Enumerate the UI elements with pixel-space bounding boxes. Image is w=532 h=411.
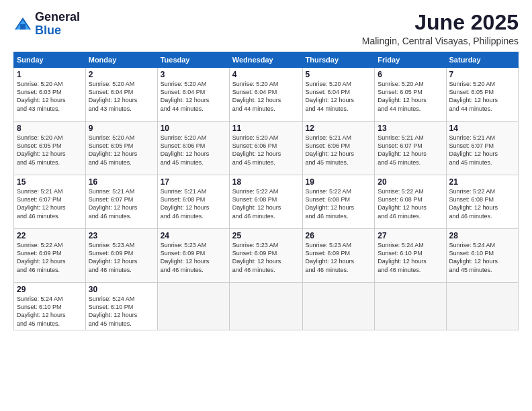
day-info: Sunrise: 5:23 AMSunset: 6:09 PMDaylight:… (306, 242, 355, 273)
day-info: Sunrise: 5:22 AMSunset: 6:08 PMDaylight:… (449, 188, 498, 219)
day-number: 4 (232, 70, 300, 79)
day-number: 24 (161, 231, 226, 240)
calendar-week-row: 15 Sunrise: 5:21 AMSunset: 6:07 PMDaylig… (14, 175, 519, 229)
day-number: 27 (378, 231, 443, 240)
logo: General Blue (13, 11, 80, 38)
col-friday: Friday (375, 52, 446, 68)
day-info: Sunrise: 5:21 AMSunset: 6:07 PMDaylight:… (378, 134, 427, 165)
col-sunday: Sunday (14, 52, 86, 68)
logo-blue: Blue (35, 24, 61, 37)
table-row: 7 Sunrise: 5:20 AMSunset: 6:05 PMDayligh… (446, 68, 518, 122)
calendar-week-row: 29 Sunrise: 5:24 AMSunset: 6:10 PMDaylig… (14, 283, 519, 330)
table-row: 6 Sunrise: 5:20 AMSunset: 6:05 PMDayligh… (375, 68, 446, 122)
calendar-body: 1 Sunrise: 5:20 AMSunset: 6:03 PMDayligh… (14, 68, 519, 330)
day-number: 1 (17, 70, 83, 79)
table-row: 20 Sunrise: 5:22 AMSunset: 6:08 PMDaylig… (375, 175, 446, 229)
col-thursday: Thursday (302, 52, 375, 68)
day-number: 28 (449, 231, 515, 240)
table-row: 30 Sunrise: 5:24 AMSunset: 6:10 PMDaylig… (85, 283, 157, 330)
table-row: 17 Sunrise: 5:21 AMSunset: 6:08 PMDaylig… (157, 175, 229, 229)
table-row: 26 Sunrise: 5:23 AMSunset: 6:09 PMDaylig… (302, 229, 375, 283)
col-monday: Monday (85, 52, 157, 68)
header: General Blue June 2025 Malingin, Central… (13, 11, 519, 46)
table-row (157, 283, 229, 330)
day-number: 5 (306, 70, 372, 79)
table-row (229, 283, 302, 330)
table-row: 23 Sunrise: 5:23 AMSunset: 6:09 PMDaylig… (85, 229, 157, 283)
table-row: 21 Sunrise: 5:22 AMSunset: 6:08 PMDaylig… (446, 175, 518, 229)
day-info: Sunrise: 5:21 AMSunset: 6:07 PMDaylight:… (449, 134, 498, 165)
day-info: Sunrise: 5:22 AMSunset: 6:08 PMDaylight:… (378, 188, 427, 219)
table-row: 14 Sunrise: 5:21 AMSunset: 6:07 PMDaylig… (446, 122, 518, 175)
day-info: Sunrise: 5:20 AMSunset: 6:06 PMDaylight:… (161, 134, 210, 165)
calendar-week-row: 22 Sunrise: 5:22 AMSunset: 6:09 PMDaylig… (14, 229, 519, 283)
day-number: 22 (17, 231, 83, 240)
col-wednesday: Wednesday (229, 52, 302, 68)
day-info: Sunrise: 5:21 AMSunset: 6:08 PMDaylight:… (161, 188, 210, 219)
day-info: Sunrise: 5:21 AMSunset: 6:06 PMDaylight:… (306, 134, 355, 165)
day-number: 20 (378, 177, 443, 187)
day-number: 17 (161, 177, 226, 187)
table-row: 22 Sunrise: 5:22 AMSunset: 6:09 PMDaylig… (14, 229, 86, 283)
table-row: 28 Sunrise: 5:24 AMSunset: 6:10 PMDaylig… (446, 229, 518, 283)
calendar-week-row: 8 Sunrise: 5:20 AMSunset: 6:05 PMDayligh… (14, 122, 519, 175)
day-info: Sunrise: 5:24 AMSunset: 6:10 PMDaylight:… (89, 295, 138, 326)
day-number: 14 (449, 124, 515, 133)
calendar-header-row: Sunday Monday Tuesday Wednesday Thursday… (14, 52, 519, 68)
table-row: 19 Sunrise: 5:22 AMSunset: 6:08 PMDaylig… (302, 175, 375, 229)
logo-general: General (35, 10, 80, 24)
day-number: 8 (17, 124, 83, 133)
day-info: Sunrise: 5:20 AMSunset: 6:05 PMDaylight:… (17, 134, 66, 165)
table-row: 9 Sunrise: 5:20 AMSunset: 6:05 PMDayligh… (85, 122, 157, 175)
day-info: Sunrise: 5:22 AMSunset: 6:08 PMDaylight:… (232, 188, 281, 219)
table-row (375, 283, 446, 330)
table-row: 8 Sunrise: 5:20 AMSunset: 6:05 PMDayligh… (14, 122, 86, 175)
table-row: 18 Sunrise: 5:22 AMSunset: 6:08 PMDaylig… (229, 175, 302, 229)
day-info: Sunrise: 5:20 AMSunset: 6:04 PMDaylight:… (89, 81, 138, 111)
day-info: Sunrise: 5:20 AMSunset: 6:04 PMDaylight:… (161, 81, 210, 111)
day-number: 11 (232, 124, 300, 133)
day-number: 10 (161, 124, 226, 133)
table-row: 1 Sunrise: 5:20 AMSunset: 6:03 PMDayligh… (14, 68, 86, 122)
table-row: 16 Sunrise: 5:21 AMSunset: 6:07 PMDaylig… (85, 175, 157, 229)
page: General Blue June 2025 Malingin, Central… (0, 0, 532, 411)
day-info: Sunrise: 5:20 AMSunset: 6:05 PMDaylight:… (89, 134, 138, 165)
day-number: 2 (89, 70, 154, 79)
day-info: Sunrise: 5:23 AMSunset: 6:09 PMDaylight:… (89, 242, 138, 273)
day-number: 25 (232, 231, 300, 240)
day-info: Sunrise: 5:23 AMSunset: 6:09 PMDaylight:… (161, 242, 210, 273)
logo-icon (13, 15, 32, 34)
day-number: 30 (89, 285, 154, 294)
day-info: Sunrise: 5:24 AMSunset: 6:10 PMDaylight:… (449, 242, 498, 273)
table-row: 5 Sunrise: 5:20 AMSunset: 6:04 PMDayligh… (302, 68, 375, 122)
day-number: 6 (378, 70, 443, 79)
day-info: Sunrise: 5:21 AMSunset: 6:07 PMDaylight:… (17, 188, 66, 219)
day-info: Sunrise: 5:24 AMSunset: 6:10 PMDaylight:… (378, 242, 427, 273)
calendar-week-row: 1 Sunrise: 5:20 AMSunset: 6:03 PMDayligh… (14, 68, 519, 122)
day-number: 16 (89, 177, 154, 187)
day-info: Sunrise: 5:20 AMSunset: 6:05 PMDaylight:… (378, 81, 427, 111)
table-row: 27 Sunrise: 5:24 AMSunset: 6:10 PMDaylig… (375, 229, 446, 283)
day-info: Sunrise: 5:20 AMSunset: 6:06 PMDaylight:… (232, 134, 281, 165)
table-row (446, 283, 518, 330)
day-number: 19 (306, 177, 372, 187)
day-info: Sunrise: 5:20 AMSunset: 6:03 PMDaylight:… (17, 81, 66, 111)
day-info: Sunrise: 5:20 AMSunset: 6:05 PMDaylight:… (449, 81, 498, 111)
day-number: 26 (306, 231, 372, 240)
title-block: June 2025 Malingin, Central Visayas, Phi… (362, 11, 519, 46)
table-row: 12 Sunrise: 5:21 AMSunset: 6:06 PMDaylig… (302, 122, 375, 175)
svg-rect-2 (20, 24, 26, 30)
col-tuesday: Tuesday (157, 52, 229, 68)
day-number: 7 (449, 70, 515, 79)
table-row: 10 Sunrise: 5:20 AMSunset: 6:06 PMDaylig… (157, 122, 229, 175)
day-info: Sunrise: 5:23 AMSunset: 6:09 PMDaylight:… (232, 242, 281, 273)
day-number: 29 (17, 285, 83, 294)
table-row: 2 Sunrise: 5:20 AMSunset: 6:04 PMDayligh… (85, 68, 157, 122)
day-number: 12 (306, 124, 372, 133)
col-saturday: Saturday (446, 52, 518, 68)
location: Malingin, Central Visayas, Philippines (362, 36, 519, 46)
day-number: 18 (232, 177, 300, 187)
day-number: 15 (17, 177, 83, 187)
day-info: Sunrise: 5:24 AMSunset: 6:10 PMDaylight:… (17, 295, 66, 326)
table-row: 13 Sunrise: 5:21 AMSunset: 6:07 PMDaylig… (375, 122, 446, 175)
